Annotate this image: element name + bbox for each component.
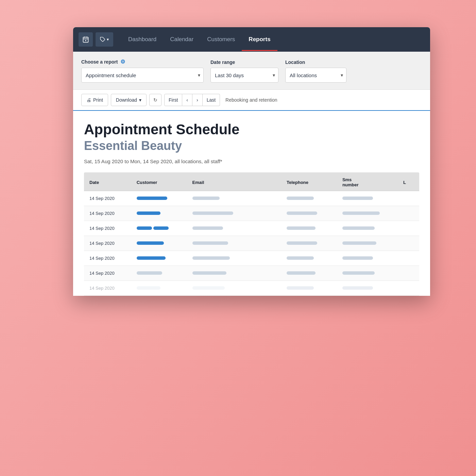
col-header-last: L xyxy=(398,172,419,191)
telephone-cell xyxy=(281,221,337,236)
report-filter-label: Choose a report ⚙ xyxy=(81,58,204,65)
report-table: Date Customer Email Telephone Smsnumber … xyxy=(84,172,419,296)
report-select[interactable]: Appointment schedule xyxy=(81,68,204,83)
table-row: 14 Sep 2020 xyxy=(84,281,419,296)
date-cell: 14 Sep 2020 xyxy=(84,191,131,206)
location-filter-group: Location All locations xyxy=(285,60,346,83)
print-button[interactable]: 🖨 Print xyxy=(81,94,108,106)
email-cell xyxy=(187,251,281,266)
table-body: 14 Sep 202014 Sep 202014 Sep 202014 Sep … xyxy=(84,191,419,296)
col-header-sms: Smsnumber xyxy=(337,172,398,191)
add-appointment-button[interactable] xyxy=(79,32,93,47)
first-page-button[interactable]: First xyxy=(164,94,182,106)
email-cell xyxy=(187,191,281,206)
telephone-cell xyxy=(281,236,337,251)
refresh-icon: ↻ xyxy=(153,97,157,103)
customer-cell xyxy=(131,266,187,281)
email-cell xyxy=(187,206,281,221)
date-select[interactable]: Last 30 days xyxy=(210,68,278,83)
date-cell: 14 Sep 2020 xyxy=(84,221,131,236)
report-filter-group: Choose a report ⚙ Appointment schedule xyxy=(81,58,204,83)
refresh-button[interactable]: ↻ xyxy=(149,94,162,106)
telephone-cell xyxy=(281,281,337,296)
table-row: 14 Sep 2020 xyxy=(84,191,419,206)
nav-dashboard[interactable]: Dashboard xyxy=(121,28,163,51)
telephone-cell xyxy=(281,251,337,266)
nav-calendar[interactable]: Calendar xyxy=(163,28,200,51)
last-page-button[interactable]: Last xyxy=(203,94,220,106)
table-row: 14 Sep 2020 xyxy=(84,266,419,281)
date-filter-label: Date range xyxy=(210,60,278,65)
sms-cell xyxy=(337,281,398,296)
location-filter-label: Location xyxy=(285,60,346,65)
date-cell: 14 Sep 2020 xyxy=(84,251,131,266)
col-header-email: Email xyxy=(187,172,281,191)
sms-cell xyxy=(337,266,398,281)
sms-cell xyxy=(337,206,398,221)
last-col-cell xyxy=(398,281,419,296)
last-col-cell xyxy=(398,206,419,221)
last-col-cell xyxy=(398,191,419,206)
last-col-cell xyxy=(398,266,419,281)
report-meta: Sat, 15 Aug 2020 to Mon, 14 Sep 2020, al… xyxy=(84,158,419,164)
download-button[interactable]: Download ▾ xyxy=(111,94,147,106)
sms-cell xyxy=(337,221,398,236)
col-header-telephone: Telephone xyxy=(281,172,337,191)
customer-cell xyxy=(131,206,187,221)
top-nav: ▾ Dashboard Calendar Customers Reports xyxy=(73,27,430,52)
date-cell: 14 Sep 2020 xyxy=(84,236,131,251)
date-cell: 14 Sep 2020 xyxy=(84,266,131,281)
prev-page-button[interactable]: ‹ xyxy=(182,94,192,106)
table-row: 14 Sep 2020 xyxy=(84,206,419,221)
customer-cell xyxy=(131,281,187,296)
filter-bar: Choose a report ⚙ Appointment schedule D… xyxy=(73,52,430,90)
col-header-customer: Customer xyxy=(131,172,187,191)
tag-menu-button[interactable]: ▾ xyxy=(96,32,113,47)
sms-cell xyxy=(337,236,398,251)
toolbar: 🖨 Print Download ▾ ↻ First ‹ › Last Rebo… xyxy=(73,90,430,111)
date-cell: 14 Sep 2020 xyxy=(84,206,131,221)
svg-rect-0 xyxy=(83,37,88,42)
table-row: 14 Sep 2020 xyxy=(84,221,419,236)
nav-links: Dashboard Calendar Customers Reports xyxy=(121,28,425,51)
last-col-cell xyxy=(398,251,419,266)
print-icon: 🖨 xyxy=(86,97,91,103)
main-content: Appointment Schedule Essential Beauty Sa… xyxy=(73,111,430,296)
report-table-wrap: Date Customer Email Telephone Smsnumber … xyxy=(84,172,419,296)
pagination: First ‹ › Last xyxy=(164,94,220,106)
next-page-button[interactable]: › xyxy=(192,94,203,106)
email-cell xyxy=(187,221,281,236)
sms-cell xyxy=(337,191,398,206)
customer-cell xyxy=(131,251,187,266)
report-subtitle: Essential Beauty xyxy=(84,139,419,153)
date-cell: 14 Sep 2020 xyxy=(84,281,131,296)
last-col-cell xyxy=(398,221,419,236)
date-select-wrap: Last 30 days xyxy=(210,68,278,83)
date-filter-group: Date range Last 30 days xyxy=(210,60,278,83)
gear-icon: ⚙ xyxy=(120,58,125,65)
email-cell xyxy=(187,266,281,281)
telephone-cell xyxy=(281,191,337,206)
customer-cell xyxy=(131,221,187,236)
last-col-cell xyxy=(398,236,419,251)
sms-cell xyxy=(337,251,398,266)
report-select-wrap: Appointment schedule xyxy=(81,68,204,83)
report-title: Appointment Schedule xyxy=(84,122,419,137)
nav-customers[interactable]: Customers xyxy=(200,28,242,51)
customer-cell xyxy=(131,236,187,251)
customer-cell xyxy=(131,191,187,206)
chevron-down-icon: ▾ xyxy=(139,97,141,103)
location-select[interactable]: All locations xyxy=(285,68,346,83)
table-row: 14 Sep 2020 xyxy=(84,251,419,266)
email-cell xyxy=(187,281,281,296)
email-cell xyxy=(187,236,281,251)
location-select-wrap: All locations xyxy=(285,68,346,83)
table-header-row: Date Customer Email Telephone Smsnumber … xyxy=(84,172,419,191)
col-header-date: Date xyxy=(84,172,131,191)
telephone-cell xyxy=(281,206,337,221)
nav-reports[interactable]: Reports xyxy=(242,28,277,51)
rebooking-link[interactable]: Rebooking and retention xyxy=(225,97,277,103)
table-row: 14 Sep 2020 xyxy=(84,236,419,251)
app-window: ▾ Dashboard Calendar Customers Reports C… xyxy=(73,27,430,296)
telephone-cell xyxy=(281,266,337,281)
